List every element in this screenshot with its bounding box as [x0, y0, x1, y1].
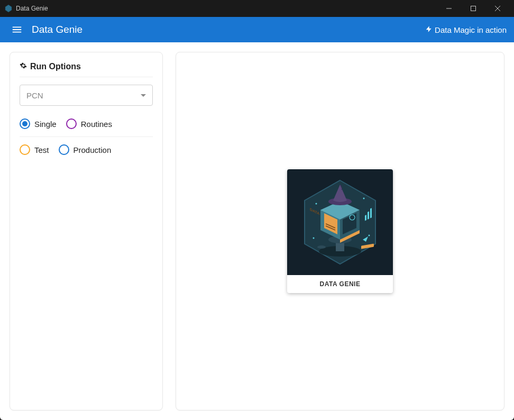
radio-single[interactable]: Single: [20, 118, 57, 129]
menu-button[interactable]: [7, 20, 26, 39]
radio-label: Routines: [81, 120, 112, 129]
radio-routines[interactable]: Routines: [66, 118, 112, 129]
radio-dot-icon: [22, 121, 27, 126]
app-topbar: Data Genie Data Magic in action: [0, 17, 514, 42]
radio-production[interactable]: Production: [59, 144, 112, 155]
card-caption: DATA GENIE: [287, 275, 393, 293]
select-value: PCN: [26, 91, 43, 100]
window-titlebar: Data Genie: [0, 0, 514, 17]
radio-label: Single: [34, 120, 57, 129]
svg-rect-23: [370, 208, 372, 218]
radio-label: Test: [34, 145, 49, 154]
section-header: Run Options: [20, 62, 153, 77]
svg-marker-0: [5, 5, 12, 12]
pcn-select[interactable]: PCN: [20, 85, 153, 106]
radio-label: Production: [74, 145, 112, 154]
svg-rect-21: [365, 215, 366, 221]
radio-icon: [20, 144, 30, 155]
app-icon: [4, 4, 13, 13]
content-area: Run Options PCN Single Routines: [0, 42, 514, 420]
hero-image: DATA: [287, 169, 393, 275]
tagline: Data Magic in action: [425, 25, 507, 34]
tagline-text: Data Magic in action: [435, 25, 507, 34]
radio-icon: [66, 118, 77, 129]
svg-point-8: [369, 235, 370, 236]
svg-point-7: [363, 198, 365, 199]
svg-point-9: [313, 238, 315, 239]
app-title: Data Genie: [32, 24, 82, 35]
hero-card: DATA: [287, 169, 393, 293]
main-panel: DATA: [176, 52, 504, 410]
section-title: Run Options: [30, 62, 81, 71]
chevron-down-icon: [141, 91, 146, 100]
svg-rect-22: [368, 212, 369, 220]
radio-test[interactable]: Test: [20, 144, 49, 155]
radio-icon: [20, 118, 30, 129]
lightning-icon: [425, 25, 433, 34]
gear-icon: [20, 62, 27, 71]
app-window: Data Genie Data Magic in action Run Opti…: [0, 17, 514, 420]
window-title: Data Genie: [16, 5, 48, 12]
run-options-panel: Run Options PCN Single Routines: [10, 52, 163, 410]
radio-group-env: Test Production: [20, 140, 153, 159]
radio-group-mode: Single Routines: [20, 114, 153, 137]
minimize-button[interactable]: [437, 0, 461, 17]
hexagon-badge-icon: DATA: [300, 177, 380, 267]
radio-icon: [59, 144, 69, 155]
close-button[interactable]: [485, 0, 510, 17]
maximize-button[interactable]: [461, 0, 485, 17]
svg-point-27: [317, 245, 326, 249]
svg-point-6: [316, 203, 317, 205]
svg-rect-2: [471, 6, 476, 11]
